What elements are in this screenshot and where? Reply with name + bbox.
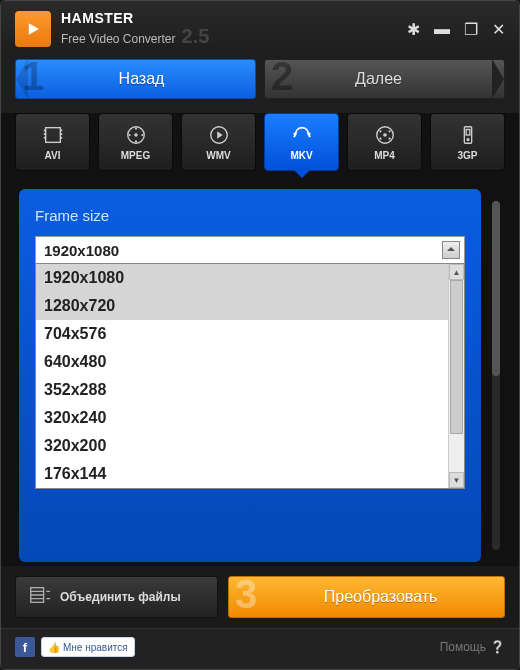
format-tab-mp4[interactable]: MP4	[347, 113, 422, 171]
chevron-right-icon	[492, 59, 504, 99]
dropdown-option[interactable]: 1280x720	[36, 292, 448, 320]
format-label: MKV	[290, 150, 312, 161]
svg-point-10	[134, 127, 136, 129]
minimize-icon[interactable]: ▬	[434, 20, 450, 38]
app-name: HAMSTER	[61, 11, 209, 26]
step-number: 3	[235, 576, 257, 617]
settings-area: Frame size 1920x1080 1920x10801280x72070…	[1, 179, 519, 566]
panel-scrollbar[interactable]	[491, 189, 501, 562]
help-label: Помощь	[440, 640, 486, 654]
action-bar: Объединить файлы 3 Преобразовать	[1, 566, 519, 628]
help-icon: ❔	[490, 640, 505, 654]
dropdown-option[interactable]: 352x288	[36, 376, 448, 404]
settings-icon[interactable]: ✱	[407, 20, 420, 39]
format-label: MPEG	[121, 150, 150, 161]
filmstrip-icon	[28, 584, 50, 610]
svg-marker-15	[217, 131, 223, 138]
convert-label: Преобразовать	[257, 588, 504, 606]
panel-title: Frame size	[35, 207, 465, 224]
dropdown-option[interactable]: 704x576	[36, 320, 448, 348]
scroll-up-icon[interactable]: ▲	[449, 264, 464, 280]
dropdown-option[interactable]: 320x200	[36, 432, 448, 460]
svg-marker-0	[29, 23, 39, 35]
app-window: HAMSTER Free Video Converter 2.5 ✱ ▬ ❐ ✕…	[0, 0, 520, 670]
svg-point-17	[383, 133, 387, 137]
format-label: 3GP	[457, 150, 477, 161]
like-label: Мне нравится	[63, 642, 128, 653]
format-tab-mkv[interactable]: MKV	[264, 113, 339, 171]
svg-point-24	[467, 138, 469, 140]
scroll-thumb[interactable]	[492, 201, 500, 376]
dropdown-option[interactable]: 320x240	[36, 404, 448, 432]
svg-rect-3	[43, 133, 45, 135]
next-label: Далее	[265, 70, 492, 88]
scroll-down-icon[interactable]: ▼	[449, 472, 464, 488]
scroll-track[interactable]	[449, 280, 464, 472]
dropdown-list: 1920x10801280x720704x576640x480352x28832…	[36, 264, 448, 488]
convert-button[interactable]: 3 Преобразовать	[228, 576, 505, 618]
dropdown-scrollbar[interactable]: ▲ ▼	[448, 264, 464, 488]
svg-point-20	[379, 137, 381, 139]
svg-point-18	[379, 130, 381, 132]
like-button[interactable]: 👍 Мне нравится	[41, 637, 135, 657]
format-tab-mpeg[interactable]: MPEG	[98, 113, 173, 171]
scroll-thumb[interactable]	[450, 280, 463, 434]
svg-rect-23	[466, 129, 470, 135]
format-tab-3gp[interactable]: 3GP	[430, 113, 505, 171]
merge-label: Объединить файлы	[60, 590, 181, 604]
window-controls: ✱ ▬ ❐ ✕	[407, 20, 505, 39]
svg-point-9	[134, 133, 138, 137]
svg-point-12	[128, 133, 130, 135]
close-icon[interactable]: ✕	[492, 20, 505, 39]
thumbs-up-icon: 👍	[48, 642, 60, 653]
footer-bar: f 👍 Мне нравится Помощь ❔	[1, 628, 519, 669]
format-tab-avi[interactable]: AVI	[15, 113, 90, 171]
frame-size-panel: Frame size 1920x1080 1920x10801280x72070…	[19, 189, 481, 562]
dropdown-option[interactable]: 176x144	[36, 460, 448, 488]
selected-value: 1920x1080	[44, 242, 119, 259]
svg-rect-7	[60, 136, 62, 138]
svg-rect-5	[60, 129, 62, 131]
svg-marker-25	[447, 247, 455, 251]
back-label: Назад	[28, 70, 255, 88]
help-link[interactable]: Помощь ❔	[440, 640, 505, 654]
svg-point-13	[141, 133, 143, 135]
next-button[interactable]: 2 Далее	[264, 59, 505, 99]
svg-rect-4	[43, 136, 45, 138]
maximize-icon[interactable]: ❐	[464, 20, 478, 39]
svg-rect-6	[60, 133, 62, 135]
title-text: HAMSTER Free Video Converter 2.5	[61, 11, 209, 47]
app-logo	[15, 11, 51, 47]
format-label: AVI	[45, 150, 61, 161]
title-bar: HAMSTER Free Video Converter 2.5 ✱ ▬ ❐ ✕	[1, 1, 519, 53]
dropdown-toggle-icon[interactable]	[442, 241, 460, 259]
facebook-icon[interactable]: f	[15, 637, 35, 657]
svg-rect-1	[45, 127, 60, 142]
merge-files-button[interactable]: Объединить файлы	[15, 576, 218, 618]
app-version: 2.5	[182, 26, 210, 47]
dropdown-option[interactable]: 1920x1080	[36, 264, 448, 292]
frame-size-dropdown: 1920x10801280x720704x576640x480352x28832…	[35, 263, 465, 489]
frame-size-select[interactable]: 1920x1080	[35, 236, 465, 264]
dropdown-option[interactable]: 640x480	[36, 348, 448, 376]
format-tabs: AVIMPEGWMVMKVMP43GP	[1, 113, 519, 179]
format-label: MP4	[374, 150, 395, 161]
svg-point-11	[134, 140, 136, 142]
svg-rect-2	[43, 129, 45, 131]
wizard-nav: 1 Назад 2 Далее	[1, 53, 519, 113]
svg-point-19	[388, 130, 390, 132]
format-label: WMV	[206, 150, 230, 161]
svg-point-21	[388, 137, 390, 139]
back-button[interactable]: 1 Назад	[15, 59, 256, 99]
format-tab-wmv[interactable]: WMV	[181, 113, 256, 171]
app-subtitle: Free Video Converter	[61, 33, 176, 46]
